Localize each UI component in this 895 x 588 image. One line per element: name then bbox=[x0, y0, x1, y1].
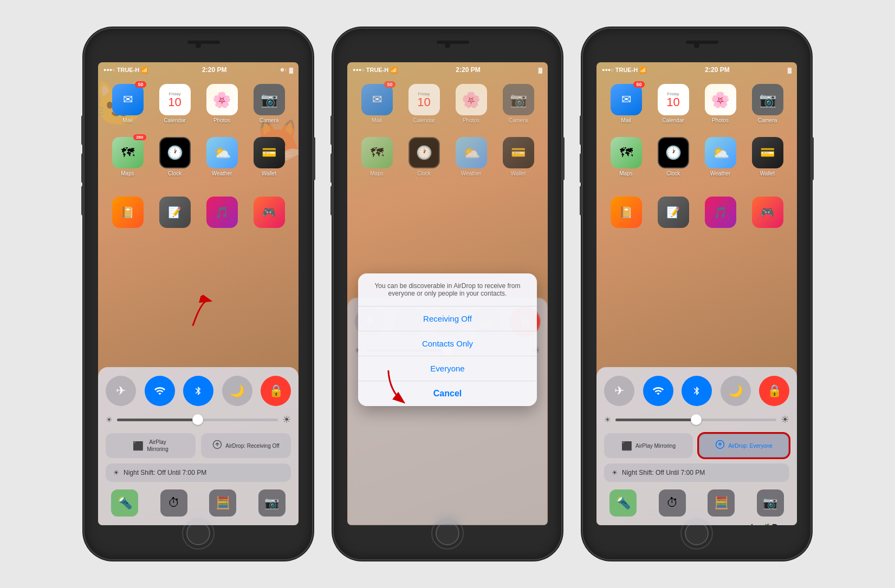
cam-lbl-p3: Camera bbox=[758, 117, 777, 123]
watermark-d: D bbox=[772, 523, 779, 525]
app-clk-p3[interactable]: 🕐 Clock bbox=[652, 137, 694, 177]
flashlight-button-1[interactable]: 🔦 bbox=[111, 489, 138, 517]
camera-tool-button-1[interactable]: 📷 bbox=[258, 489, 286, 517]
carrier-2: TRUE-H bbox=[366, 67, 389, 73]
weather-icon: ⛅ bbox=[206, 137, 238, 168]
app-calendar[interactable]: Friday 10 Calendar bbox=[154, 84, 196, 123]
airplay-button-3[interactable]: ⬛ AirPlay Mirroring bbox=[604, 433, 693, 458]
airplay-label-1: AirPlayMirroring bbox=[147, 439, 168, 453]
rotation-lock-toggle[interactable]: 🔒 bbox=[261, 376, 291, 406]
moon-3[interactable]: 🌙 bbox=[721, 376, 751, 406]
maps-p3: Maps bbox=[619, 171, 632, 177]
photos-label-p2: Photos bbox=[463, 117, 479, 123]
battery-2: ▓ bbox=[539, 67, 542, 73]
maps-icon: 🗺 280 bbox=[112, 137, 144, 168]
brightness-fill bbox=[117, 419, 198, 421]
clock-icon-p2: 🕐 bbox=[408, 137, 440, 168]
app-grid-r3-p3: 📔 📝 🎵 🎮 bbox=[601, 192, 793, 232]
app-photos[interactable]: 🌸 Photos bbox=[201, 84, 243, 123]
night-shift-label-1: Night Shift: Off Until 7:00 PM bbox=[124, 469, 206, 476]
ph-lbl-p3: Photos bbox=[712, 117, 729, 123]
carrier-3: ●●●○ TRUE-H 📶 bbox=[602, 67, 647, 74]
app-ph-p3[interactable]: 🌸 Photos bbox=[699, 84, 741, 123]
bt-toggle-3[interactable] bbox=[682, 376, 712, 406]
signal-2: ●●●○ bbox=[353, 67, 365, 73]
calculator-button-1[interactable]: 🧮 bbox=[209, 489, 236, 517]
night-shift-icon: ☀ bbox=[113, 469, 119, 476]
carrier-name: TRUE-H bbox=[117, 67, 140, 73]
airplay-mirroring-button-1[interactable]: ⬛ AirPlayMirroring bbox=[106, 433, 196, 458]
app-r3-1-p3[interactable]: 📔 bbox=[605, 197, 647, 228]
brightness-low-3: ☀ bbox=[604, 415, 611, 424]
app-cam-p3[interactable]: 📷 Camera bbox=[747, 84, 788, 123]
speaker-grille bbox=[187, 41, 220, 44]
cam-label-p2: Camera bbox=[509, 117, 528, 123]
app-weather-p2: ⛅ Weather bbox=[450, 137, 492, 177]
maps-icon-p2: 🗺 bbox=[361, 137, 393, 168]
airdrop-everyone-button[interactable]: AirDrop: Everyone bbox=[698, 433, 789, 458]
app-camera-home[interactable]: 📷 Camera bbox=[248, 84, 290, 123]
do-not-disturb-toggle[interactable]: 🌙 bbox=[222, 376, 252, 406]
app-mail-p3[interactable]: ✉ 50 Mail bbox=[605, 84, 647, 123]
mail-icon: ✉ 50 bbox=[112, 84, 144, 115]
ns-label-3: Night Shift: Off Until 7:00 PM bbox=[622, 469, 705, 476]
brightness-thumb[interactable] bbox=[192, 414, 203, 425]
toolbar-row-3: 🔦 ⏱ 🧮 i M 🍎 D 📷 bbox=[604, 489, 789, 517]
wifi-3: 📶 bbox=[639, 67, 647, 74]
timer-3[interactable]: ⏱ bbox=[659, 489, 686, 517]
app-wth-p3[interactable]: ⛅ Weather bbox=[699, 137, 741, 177]
brightness-thumb-3[interactable] bbox=[691, 414, 702, 425]
bluetooth-toggle[interactable] bbox=[183, 376, 213, 406]
airplane-toggle[interactable]: ✈ bbox=[106, 376, 136, 406]
app-maps[interactable]: 🗺 280 Maps bbox=[107, 137, 148, 177]
wallet-icon: 💳 bbox=[254, 137, 285, 168]
status-icons: ⊕↑ ▓ bbox=[280, 67, 293, 73]
app-grid-row2-p2: 🗺 Maps 🕐 Clock ⛅ Weather 💳 Wal bbox=[352, 133, 543, 181]
app-wal-p3[interactable]: 💳 Wallet bbox=[747, 137, 788, 177]
night-shift-button-1[interactable]: ☀ Night Shift: Off Until 7:00 PM bbox=[106, 463, 291, 482]
calendar-label: Calendar bbox=[164, 117, 186, 123]
app-weather[interactable]: ⛅ Weather bbox=[201, 137, 243, 177]
app-clock[interactable]: 🕐 Clock bbox=[154, 137, 196, 177]
status-bar-1: ●●●○ TRUE-H 📶 2:20 PM ⊕↑ ▓ bbox=[98, 62, 299, 77]
app-grid-row3: 📔 📝 🎵 🎮 bbox=[102, 192, 294, 232]
wifi-toggle[interactable] bbox=[145, 376, 175, 406]
night-shift-3[interactable]: ☀ Night Shift: Off Until 7:00 PM bbox=[604, 463, 789, 482]
timer-button-1[interactable]: ⏱ bbox=[160, 489, 187, 517]
brightness-track-3[interactable] bbox=[615, 419, 776, 421]
app-row3-2[interactable]: 📝 bbox=[154, 197, 196, 228]
clock-icon: 🕐 bbox=[159, 137, 191, 168]
airplay-label-3: AirPlay Mirroring bbox=[635, 442, 676, 449]
wifi-toggle-3[interactable] bbox=[643, 376, 673, 406]
app-row3-4[interactable]: 🎮 bbox=[248, 197, 290, 228]
app-mail[interactable]: ✉ 50 Mail bbox=[107, 84, 148, 123]
app-wallet[interactable]: 💳 Wallet bbox=[248, 137, 290, 177]
app-cal-p3[interactable]: Friday 10 Calendar bbox=[652, 84, 694, 123]
camera-tool-3[interactable]: 📷 bbox=[757, 489, 784, 517]
app-r3-3-p3[interactable]: 🎵 bbox=[699, 197, 741, 228]
brightness-track[interactable] bbox=[117, 419, 278, 421]
airplane-3[interactable]: ✈ bbox=[604, 376, 634, 406]
receiving-off-option[interactable]: Receiving Off bbox=[358, 306, 537, 331]
airplay-airdrop-row-3: ⬛ AirPlay Mirroring AirDrop: Everyone bbox=[604, 433, 789, 458]
lock-3[interactable]: 🔒 bbox=[759, 376, 789, 406]
brightness-fill-3 bbox=[615, 419, 696, 421]
camera-label: Camera bbox=[260, 117, 279, 123]
control-center-3: ✈ 🌙 🔒 ☀ ☀ bbox=[596, 367, 797, 525]
app-row3-1[interactable]: 📔 bbox=[107, 197, 148, 228]
app3-2-icon: 📝 bbox=[159, 197, 191, 228]
app-grid-r2-p3: 🗺 Maps 🕐 Clock ⛅ Weather 💳 Wal bbox=[601, 133, 793, 181]
app3-2-p3: 📝 bbox=[658, 197, 689, 228]
airdrop-button-1[interactable]: AirDrop: Receiving Off bbox=[201, 433, 291, 458]
app-r3-2-p3[interactable]: 📝 bbox=[652, 197, 694, 228]
calculator-3[interactable]: 🧮 i M 🍎 D bbox=[708, 489, 735, 517]
mail-label: Mail bbox=[122, 117, 132, 123]
flashlight-3[interactable]: 🔦 bbox=[609, 489, 637, 517]
contacts-only-option[interactable]: Contacts Only bbox=[358, 331, 537, 356]
mail-icon-p3: ✉ 50 bbox=[611, 84, 642, 115]
status-right-3: ▓ bbox=[788, 67, 792, 73]
airdrop-label-1: AirDrop: Receiving Off bbox=[225, 442, 279, 449]
app-r3-4-p3[interactable]: 🎮 bbox=[747, 197, 788, 228]
app-maps-p3[interactable]: 🗺 Maps bbox=[605, 137, 647, 177]
app-row3-3[interactable]: 🎵 bbox=[201, 197, 243, 228]
